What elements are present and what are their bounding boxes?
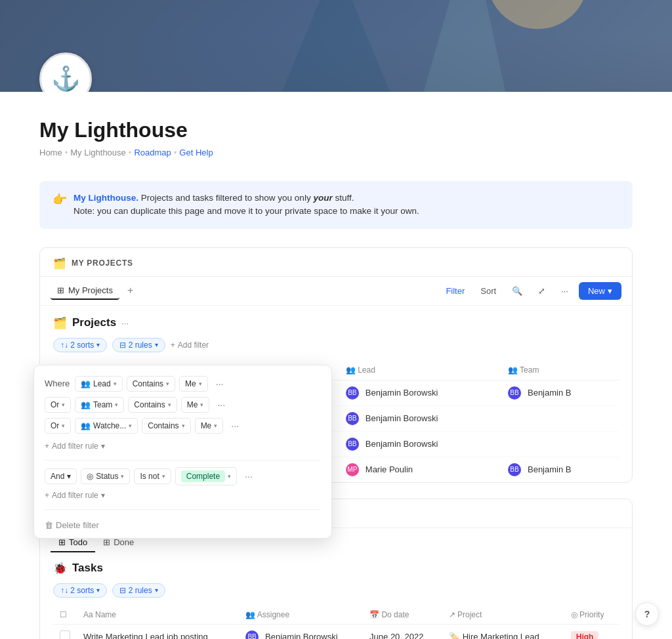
filter-op-contains-2[interactable]: Contains ▾ [128, 397, 177, 413]
filter-chevron-icon: ▾ [155, 341, 158, 348]
tasks-filter-bar: ↑↓ 2 sorts ▾ ⊟ 2 rules ▾ [53, 583, 619, 598]
logo-icon: ⚓ [39, 52, 92, 92]
filter-op-contains-1[interactable]: Contains ▾ [127, 376, 175, 392]
filter-and-select[interactable]: And ▾ [45, 468, 77, 484]
filter-val-me-2[interactable]: Me ▾ [181, 397, 210, 413]
tab-my-projects[interactable]: ⊞ My Projects [51, 282, 119, 300]
expand-button[interactable]: ⤢ [533, 283, 551, 299]
view-title: 🗂️ Projects ··· [53, 316, 619, 330]
lead-name: Marie Poulin [366, 464, 413, 474]
filter-button[interactable]: Filter [440, 283, 470, 299]
notice-icon: 👉 [52, 192, 67, 207]
op-chevron-icon: ▾ [168, 402, 171, 408]
col-team: 👥 Team [500, 360, 619, 381]
tasks-view-icon: 🐞 [53, 562, 67, 575]
avatar: BB [346, 412, 359, 425]
val-chevron-icon: ▾ [199, 381, 202, 387]
notice-box: 👉 My Lighthouse. Projects and tasks filt… [39, 181, 633, 229]
add-filter-rule-btn-1[interactable]: + Add filter rule ▾ [45, 439, 105, 453]
todo-icon: ⊞ [58, 537, 66, 547]
breadcrumb-get-help[interactable]: Get Help [179, 148, 213, 157]
avatar: MP [346, 463, 359, 476]
lead-name: Benjamin Borowski [366, 413, 438, 423]
cell-checkbox[interactable] [53, 624, 77, 639]
tasks-table: ☐ Aa Name 👥 Assignee 📅 Do date ↗ Project… [53, 606, 619, 640]
my-projects-section: 🗂️ MY PROJECTS ⊞ My Projects + Filter So… [39, 247, 633, 483]
projects-section-header: 🗂️ MY PROJECTS [40, 248, 632, 277]
help-button[interactable]: ? [635, 602, 659, 626]
team-name: Benjamin B [528, 464, 571, 474]
tasks-view-title-text: Tasks [72, 562, 103, 575]
filter-val-me-3[interactable]: Me ▾ [195, 418, 224, 434]
filter-rules-pill[interactable]: ⊟ 2 rules ▾ [112, 338, 165, 352]
breadcrumb-home[interactable]: Home [39, 148, 62, 157]
filter-row-more-2[interactable]: ··· [213, 398, 229, 411]
cell-name: Write Marketing Lead job posting [77, 624, 239, 639]
breadcrumb-lighthouse[interactable]: My Lighthouse [70, 148, 126, 157]
filter-op-is-not[interactable]: Is not ▾ [134, 468, 171, 484]
page-title: My Lighthouse [39, 118, 633, 142]
filter-val-complete[interactable]: Complete ▾ [175, 467, 237, 485]
tasks-filter-chevron-icon: ▾ [155, 587, 158, 594]
col-check: ☐ [53, 606, 77, 625]
search-button[interactable]: 🔍 [507, 283, 528, 299]
filter-field-team[interactable]: 👥 Team ▾ [75, 397, 124, 413]
new-chevron: ▾ [608, 286, 612, 296]
sort-pill[interactable]: ↑↓ 2 sorts ▾ [53, 338, 107, 352]
project-name: Hire Marketing Lead [463, 632, 539, 639]
more-options-button[interactable]: ··· [556, 283, 574, 299]
done-label: Done [114, 537, 134, 547]
delete-filter-button[interactable]: 🗑 Delete filter [45, 516, 99, 530]
cell-team: BB Benjamin B [500, 457, 619, 482]
add-filter-button[interactable]: + Add filter [171, 340, 209, 350]
filter-row-more-1[interactable]: ··· [212, 377, 228, 390]
tab-add-button[interactable]: + [125, 282, 136, 299]
notice-text: My Lighthouse. Projects and tasks filter… [74, 192, 419, 218]
done-icon: ⊞ [103, 537, 110, 547]
filter-row-more-3[interactable]: ··· [227, 419, 243, 432]
cell-lead: BB Benjamin Borowski [338, 380, 500, 405]
avatar: BB [346, 386, 359, 400]
filter-or-2[interactable]: Or ▾ [45, 418, 71, 434]
filter-or-1[interactable]: Or ▾ [45, 397, 71, 413]
tasks-filter-pill[interactable]: ⊟ 2 rules ▾ [112, 583, 165, 598]
view-more[interactable]: ··· [121, 318, 129, 328]
filter-row-1: Where 👥 Lead ▾ Contains ▾ Me ▾ ··· [45, 376, 321, 392]
cell-lead: MP Marie Poulin [338, 457, 500, 482]
checkbox[interactable] [60, 630, 70, 639]
filter-divider [45, 460, 321, 461]
add-rule-chevron-icon-2: ▾ [101, 491, 105, 500]
tasks-sort-pill[interactable]: ↑↓ 2 sorts ▾ [53, 583, 107, 598]
filter-op-contains-3[interactable]: Contains ▾ [142, 418, 190, 434]
filter-status-field[interactable]: ◎ Status ▾ [81, 468, 130, 484]
sort-button[interactable]: Sort [475, 283, 501, 299]
projects-header-title: MY PROJECTS [72, 258, 133, 268]
field-label: Team [93, 400, 112, 409]
col-do-date: 📅 Do date [363, 606, 442, 625]
op-chevron-icon: ▾ [166, 381, 169, 387]
filter-field-watcher[interactable]: 👥 Watche... ▾ [75, 418, 138, 434]
page-title-section: My Lighthouse Home • My Lighthouse • Roa… [39, 92, 633, 168]
filter-val-me-1[interactable]: Me ▾ [179, 376, 208, 392]
col-priority: ◎ Priority [564, 606, 619, 625]
todo-label: Todo [69, 537, 87, 547]
filter-where-label: Where [45, 379, 71, 388]
field-chevron-icon: ▾ [115, 402, 118, 408]
tasks-sort-chevron-icon: ▾ [96, 587, 100, 594]
filter-and-more[interactable]: ··· [241, 470, 257, 483]
filter-row-3: Or ▾ 👥 Watche... ▾ Contains ▾ Me ▾ [45, 418, 321, 434]
filter-field-lead[interactable]: 👥 Lead ▾ [75, 376, 123, 392]
table-row: Write Marketing Lead job posting BB Benj… [53, 624, 619, 639]
logo-area: ⚓ [39, 52, 92, 92]
val-chevron-icon: ▾ [200, 402, 203, 408]
breadcrumb-roadmap[interactable]: Roadmap [134, 148, 171, 157]
add-filter-rule-btn-2[interactable]: + Add filter rule ▾ [45, 488, 105, 503]
status-icon: ◎ [87, 472, 93, 481]
col-name: Aa Name [77, 606, 239, 625]
new-button[interactable]: New ▾ [579, 282, 621, 300]
header-banner: ⚓ [0, 0, 672, 92]
cell-assignee: BB Benjamin Borowski [239, 624, 363, 639]
tasks-view: 🐞 Tasks ↑↓ 2 sorts ▾ ⊟ 2 rules ▾ ☐ [40, 552, 632, 640]
check-icon: ☐ [60, 610, 67, 619]
project-icon: 🏷️ [449, 632, 459, 639]
